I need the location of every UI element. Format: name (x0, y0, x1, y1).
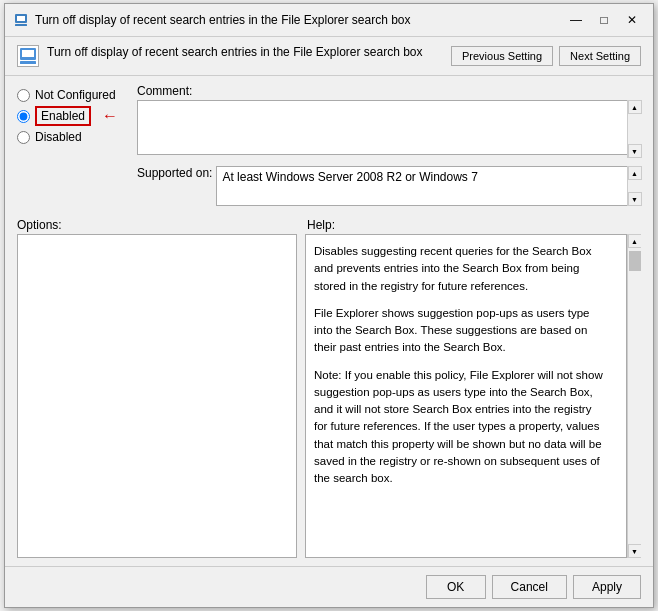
disabled-radio[interactable] (17, 131, 30, 144)
next-setting-button[interactable]: Next Setting (559, 46, 641, 66)
cancel-button[interactable]: Cancel (492, 575, 567, 599)
enabled-radio[interactable] (17, 110, 30, 123)
title-bar: Turn off display of recent search entrie… (5, 4, 653, 37)
comment-scrollbar: ▲ ▼ (627, 100, 641, 158)
disabled-item: Disabled (17, 130, 137, 144)
right-section: Comment: ▲ ▼ Supported on: At (137, 84, 641, 206)
help-scrollbar: ▲ ▼ (627, 234, 641, 558)
svg-rect-4 (20, 61, 36, 64)
supported-value-box: At least Windows Server 2008 R2 or Windo… (216, 166, 641, 206)
window-title: Turn off display of recent search entrie… (35, 13, 411, 27)
help-heading: Help: (307, 218, 641, 232)
supported-label: Supported on: (137, 166, 212, 180)
not-configured-radio[interactable] (17, 89, 30, 102)
apply-button[interactable]: Apply (573, 575, 641, 599)
minimize-button[interactable]: — (563, 10, 589, 30)
footer: OK Cancel Apply (5, 566, 653, 607)
svg-rect-1 (15, 24, 27, 26)
header-title: Turn off display of recent search entrie… (17, 45, 451, 67)
main-window: Turn off display of recent search entrie… (4, 3, 654, 608)
help-paragraph-3: Note: If you enable this policy, File Ex… (314, 367, 608, 488)
svg-rect-5 (22, 50, 34, 57)
supported-scroll-up[interactable]: ▲ (628, 166, 642, 180)
help-panel: Disables suggesting recent queries for t… (305, 234, 627, 558)
header-section: Turn off display of recent search entrie… (5, 37, 653, 76)
window-icon (13, 12, 29, 28)
middle-labels: Options: Help: (17, 218, 641, 232)
supported-section: Supported on: At least Windows Server 20… (137, 166, 641, 206)
header-title-text: Turn off display of recent search entrie… (47, 45, 423, 59)
help-paragraph-2: File Explorer shows suggestion pop-ups a… (314, 305, 608, 357)
not-configured-label[interactable]: Not Configured (35, 88, 116, 102)
title-bar-left: Turn off display of recent search entrie… (13, 12, 563, 28)
help-scroll-up[interactable]: ▲ (628, 234, 642, 248)
content-area: Not Configured Enabled ← Disabled Commen… (5, 76, 653, 566)
previous-setting-button[interactable]: Previous Setting (451, 46, 553, 66)
supported-scrollbar: ▲ ▼ (627, 166, 641, 206)
scroll-up-arrow[interactable]: ▲ (628, 100, 642, 114)
comment-section: Comment: ▲ ▼ (137, 84, 641, 158)
svg-rect-2 (17, 16, 25, 21)
not-configured-item: Not Configured (17, 88, 137, 102)
comment-textarea[interactable] (137, 100, 641, 155)
ok-button[interactable]: OK (426, 575, 486, 599)
policy-icon (17, 45, 39, 67)
help-scroll-down[interactable]: ▼ (628, 544, 642, 558)
comment-label: Comment: (137, 84, 641, 98)
top-section: Not Configured Enabled ← Disabled Commen… (17, 84, 641, 206)
maximize-button[interactable]: □ (591, 10, 617, 30)
options-panel (17, 234, 297, 558)
enabled-item: Enabled ← (17, 106, 137, 126)
red-arrow-icon: ← (102, 107, 118, 125)
radio-group: Not Configured Enabled ← Disabled (17, 84, 137, 206)
options-heading: Options: (17, 218, 307, 232)
bottom-panels: Disables suggesting recent queries for t… (17, 234, 641, 558)
close-button[interactable]: ✕ (619, 10, 645, 30)
help-scroll-thumb[interactable] (629, 251, 641, 271)
supported-value: At least Windows Server 2008 R2 or Windo… (222, 170, 477, 184)
header-buttons: Previous Setting Next Setting (451, 46, 641, 66)
help-paragraph-1: Disables suggesting recent queries for t… (314, 243, 608, 295)
supported-scroll-down[interactable]: ▼ (628, 192, 642, 206)
disabled-label[interactable]: Disabled (35, 130, 82, 144)
title-bar-controls: — □ ✕ (563, 10, 645, 30)
scroll-down-arrow[interactable]: ▼ (628, 144, 642, 158)
enabled-label[interactable]: Enabled (35, 106, 91, 126)
